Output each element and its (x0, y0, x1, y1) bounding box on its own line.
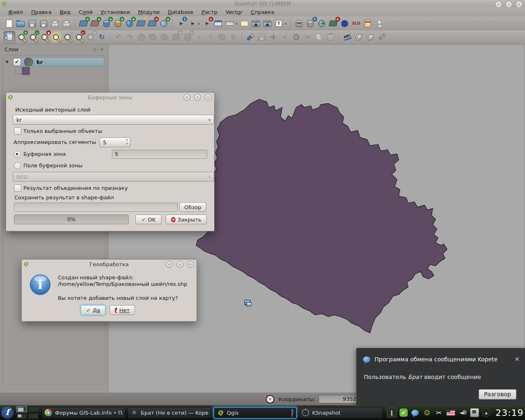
pan-map-icon[interactable] (4, 31, 15, 43)
keyboard-layout-flag-icon[interactable] (446, 408, 455, 417)
window-count-badge[interactable]: ▲2▼ (291, 409, 294, 417)
add-spatialite-layer-icon[interactable]: + (112, 18, 123, 29)
show-bookmarks-icon[interactable]: HOME★ (262, 18, 273, 29)
close-button[interactable]: × Закрыть (166, 215, 207, 224)
kopete-tray-icon[interactable] (411, 408, 420, 417)
annotation-dropdown[interactable]: ∨ (285, 22, 287, 25)
source-layer-combobox[interactable]: kr ∨ (13, 115, 214, 125)
plugin-gps-tools-icon[interactable] (374, 18, 385, 29)
new-vector-layer-icon[interactable]: ★ (135, 18, 146, 29)
device-notifier-icon[interactable] (470, 408, 479, 417)
map-tips-icon[interactable] (239, 18, 250, 29)
menu-Модули[interactable]: Модули (134, 8, 164, 16)
move-label-icon[interactable] (365, 32, 376, 42)
spin-arrows-icon[interactable]: ∧∨ (126, 138, 128, 146)
menu-Database[interactable]: Database (164, 8, 197, 16)
buffer-distance-radio[interactable] (14, 151, 21, 158)
measure-icon[interactable] (224, 18, 235, 29)
text-annotation-icon[interactable]: T (274, 18, 284, 29)
notifications-tray-icon[interactable]: ∧i (387, 408, 397, 418)
close-icon[interactable]: × (205, 94, 212, 101)
zoom-in-icon[interactable]: + (16, 32, 27, 42)
plugin-mapserver-export-icon[interactable] (294, 18, 304, 29)
open-project-icon[interactable] (15, 18, 26, 29)
task-Qgis[interactable]: QQgis▲2▼ (213, 407, 297, 419)
zoom-to-selection-icon[interactable]: ▪ (39, 32, 50, 42)
menu-Слой[interactable]: Слой (75, 8, 97, 16)
updates-gear-icon[interactable]: ⚙ (422, 408, 431, 417)
desktop-2[interactable] (28, 406, 39, 412)
buffer-field-radio[interactable] (14, 162, 21, 169)
open-attribute-table-icon[interactable] (213, 18, 224, 29)
new-print-composer-icon[interactable]: ★ (50, 18, 60, 29)
stop-render-icon[interactable]: × (266, 395, 274, 404)
plugin-interpolation-icon[interactable]: × (328, 18, 339, 29)
measure-dropdown[interactable]: ∨ (235, 22, 238, 25)
menu-Растр[interactable]: Растр (197, 8, 221, 16)
yes-button[interactable]: ✔ Да (81, 305, 105, 315)
skype-tray-icon[interactable]: ✔ (399, 409, 408, 417)
deselect-features-icon[interactable]: ➤× (201, 18, 212, 29)
desktop-4[interactable] (28, 413, 39, 419)
identify-features-icon[interactable]: ➤i (175, 18, 186, 29)
panel-float-icon[interactable]: ◇ (93, 47, 96, 52)
plugin-ogr-converter-icon[interactable]: OGR (317, 18, 327, 29)
clock[interactable]: 23:19 (495, 408, 523, 418)
task-Брат (Не в сети) — Kopete[interactable]: ✳Брат (Не в сети) — Kopete (128, 407, 211, 419)
add-wms-layer-icon[interactable]: + (124, 18, 135, 29)
layer-expander-icon[interactable]: ▼ (3, 60, 11, 64)
print-composer-icon[interactable] (61, 18, 72, 29)
layer-name[interactable]: kr (37, 59, 43, 65)
browse-button[interactable]: Обзор (179, 202, 206, 212)
zoom-to-layer-icon[interactable]: ▱ (62, 32, 73, 42)
remove-layer-icon[interactable]: × (147, 18, 158, 29)
no-button[interactable]: Нет (110, 305, 135, 315)
menu-Вид[interactable]: Вид (55, 8, 74, 16)
menu-Правка[interactable]: Правка (27, 8, 55, 16)
labeling-icon[interactable]: ABC (342, 32, 353, 42)
task-KSnapshot[interactable]: KSnapshot (299, 407, 383, 419)
dissolve-checkbox[interactable] (14, 185, 21, 192)
close-icon[interactable]: × (187, 261, 194, 268)
menu-Установки[interactable]: Установки (97, 8, 134, 16)
selected-only-checkbox[interactable] (14, 128, 21, 135)
plugin-import-layer-icon[interactable]: ↑ (305, 18, 316, 29)
select-features-icon[interactable]: ➤ (187, 18, 197, 29)
label-properties-icon[interactable] (354, 32, 364, 42)
menu-Файл[interactable]: Файл (4, 8, 27, 16)
layer-row-kr[interactable]: ▼ ✔ kr (3, 57, 105, 66)
plugin-sld-icon[interactable]: SLD (351, 18, 362, 29)
desktop-1[interactable] (16, 406, 27, 412)
minimize-icon[interactable]: ∨ (166, 261, 173, 268)
task-Форумы GIS-Lab.info • Просм[interactable]: Форумы GIS-Lab.info • Просм (42, 407, 126, 419)
add-wfs-layer-icon[interactable]: + (158, 18, 169, 29)
close-icon[interactable]: × (516, 1, 523, 8)
toggle-editing-icon[interactable] (245, 32, 256, 42)
segments-spinbox[interactable]: 5 ∧∨ (100, 137, 130, 147)
volume-icon[interactable]: ◄))) (458, 408, 467, 417)
layer-styling-icon[interactable] (377, 32, 387, 42)
plugin-mapserver-icon[interactable] (340, 18, 350, 29)
notification-close-icon[interactable]: ✕ (514, 356, 520, 363)
minimize-icon[interactable]: ∨ (495, 1, 502, 8)
zoom-full-extent-icon[interactable] (50, 32, 61, 42)
new-project-icon[interactable] (4, 18, 14, 29)
tray-expand-arrow-icon[interactable]: ▲ (482, 409, 491, 417)
new-bookmark-icon[interactable]: HOME (251, 18, 261, 29)
maximize-icon[interactable]: ◇ (505, 1, 512, 8)
ok-button[interactable]: ✔ OK (135, 215, 162, 224)
save-project-icon[interactable] (27, 18, 37, 29)
add-vector-layer-icon[interactable]: + (78, 18, 89, 29)
menu-Справка[interactable]: Справка (247, 8, 278, 16)
shade-icon[interactable]: ∧ (194, 94, 201, 101)
layer-visibility-checkbox[interactable]: ✔ (13, 58, 21, 66)
panel-close-icon[interactable]: ✕ (100, 47, 104, 52)
app-launcher-button[interactable]: f (0, 406, 15, 420)
buffer-distance-input[interactable]: 5 (112, 150, 207, 159)
add-postgis-layer-icon[interactable]: + (101, 18, 112, 29)
save-project-as-icon[interactable]: ★ (38, 18, 49, 29)
menu-Vector[interactable]: Vector (221, 8, 247, 16)
select-features-dropdown[interactable]: ∨ (198, 22, 200, 25)
klipper-scissors-icon[interactable]: ✂ (434, 408, 443, 417)
add-raster-layer-icon[interactable]: + (89, 18, 100, 29)
